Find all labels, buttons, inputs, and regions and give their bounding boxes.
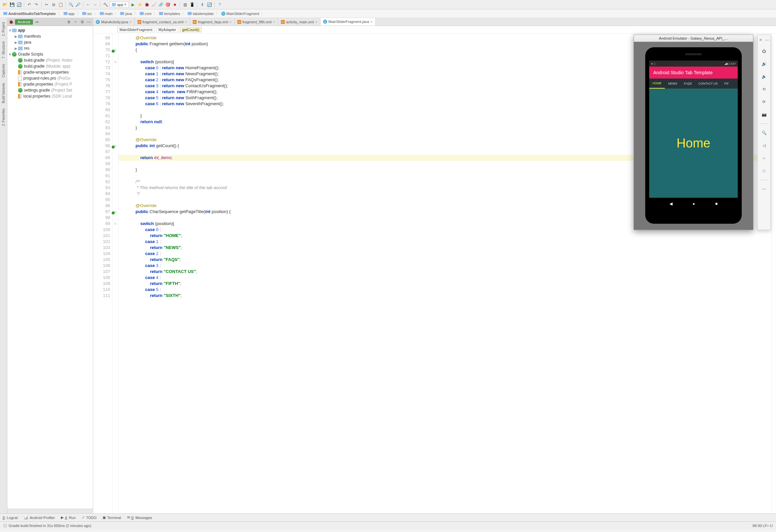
nav-back-icon[interactable]: ◀ xyxy=(669,201,672,206)
breadcrumb-pill[interactable]: getCount() xyxy=(180,27,202,32)
save-icon[interactable]: 💾 xyxy=(9,2,15,8)
bottom-tool[interactable]: ▶4: Run xyxy=(61,515,75,520)
crumb-tabstemplate[interactable]: tabstemplate xyxy=(186,11,215,16)
overview-nav-icon[interactable]: □ xyxy=(760,167,768,174)
hide-icon[interactable]: ― xyxy=(86,19,91,25)
sync-gradle-icon[interactable]: 🔃 xyxy=(206,2,212,8)
app-tab-fif[interactable]: FIF xyxy=(721,78,732,88)
search-icon[interactable]: 🔍 xyxy=(68,2,74,8)
close-tab-icon[interactable]: × xyxy=(370,20,372,24)
zoom-icon[interactable]: 🔍 xyxy=(760,129,768,137)
editor-tab[interactable]: </>fragment_contact_us.xml× xyxy=(135,18,190,26)
tree-node[interactable]: gradle-wrapper.properties xyxy=(8,69,92,75)
replace-icon[interactable]: 🔎 xyxy=(75,2,81,8)
build-icon[interactable]: 🔨 xyxy=(103,2,109,8)
tree-node[interactable]: proguard-rules.pro(ProGu xyxy=(8,75,92,81)
emulator-window[interactable]: Android Emulator - Galaxy_Nexus_API_… ● … xyxy=(633,35,753,230)
crumb-mainsliderfragment[interactable]: CMainSliderFragment xyxy=(220,11,260,16)
home-nav-icon[interactable]: ○ xyxy=(760,155,768,162)
close-tab-icon[interactable]: × xyxy=(130,20,132,24)
close-tab-icon[interactable]: × xyxy=(229,20,231,24)
emu-min-icon[interactable]: ― xyxy=(765,38,769,42)
editor-tab[interactable]: </>fragment_faqs.xml× xyxy=(190,18,235,26)
expand-icon[interactable]: ÷ xyxy=(73,19,78,25)
gear-icon[interactable]: ⚙ xyxy=(79,19,85,25)
run-icon[interactable]: ▶ xyxy=(130,2,136,8)
open-icon[interactable]: 📂 xyxy=(2,2,8,8)
project-tree[interactable]: ▼app▶manifests▶java▶res▼Gradle Scriptsbu… xyxy=(7,26,93,509)
rail-tab-favorites[interactable]: 2: Favorites xyxy=(1,106,6,129)
crumb-com[interactable]: com xyxy=(139,11,153,16)
project-hscroll[interactable] xyxy=(7,509,93,513)
copy-icon[interactable]: ⧉ xyxy=(50,2,56,8)
rail-tab-captures[interactable]: Captures xyxy=(1,61,6,80)
project-view-selector[interactable]: Android xyxy=(15,19,33,25)
volume-down-icon[interactable]: 🔉 xyxy=(760,73,768,80)
back-icon[interactable]: ← xyxy=(85,2,91,8)
crumb-templates[interactable]: templates xyxy=(158,11,181,16)
app-tab-home[interactable]: HOME xyxy=(649,78,665,88)
nav-home-icon[interactable]: ● xyxy=(693,201,695,206)
locate-icon[interactable]: ⊕ xyxy=(66,19,71,25)
rail-tab-project[interactable]: 1: Project xyxy=(1,19,6,39)
coverage-icon[interactable]: 🎯 xyxy=(165,2,171,8)
fold-gutter[interactable]: ⊖⊖⊖⊖⊖ xyxy=(113,34,119,513)
stop-icon[interactable]: ■ xyxy=(172,2,178,8)
tree-node[interactable]: ▶res xyxy=(8,45,92,51)
close-tab-icon[interactable]: × xyxy=(185,20,187,24)
tree-node[interactable]: ▼app xyxy=(8,27,92,33)
editor-tab[interactable]: CMainSliderFragment.java× xyxy=(321,18,376,26)
undo-icon[interactable]: ↶ xyxy=(26,2,32,8)
rail-tab-buildvariants[interactable]: Build Variants xyxy=(1,80,6,106)
editor-tab[interactable]: </>activity_main.xml× xyxy=(278,18,321,26)
breadcrumb-pill[interactable]: MyAdapter xyxy=(156,27,178,32)
editor-tab[interactable]: </>fragment_fifth.xml× xyxy=(235,18,278,26)
camera-icon[interactable]: 📷 xyxy=(760,111,768,118)
crumb-main[interactable]: main xyxy=(99,11,114,16)
tree-node[interactable]: ▶manifests xyxy=(8,33,92,39)
tree-node[interactable]: local.properties(SDK Locat xyxy=(8,93,92,99)
app-tab-faqs[interactable]: FAQS xyxy=(681,78,695,88)
back-nav-icon[interactable]: ◁ xyxy=(760,142,768,149)
debug-icon[interactable]: 🐞 xyxy=(144,2,150,8)
sdk-icon[interactable]: ⬇ xyxy=(199,2,205,8)
bug-icon[interactable]: 🐞 xyxy=(9,20,14,24)
forward-icon[interactable]: → xyxy=(92,2,98,8)
crumb-java[interactable]: java xyxy=(119,11,133,16)
cut-icon[interactable]: ✂ xyxy=(44,2,49,8)
profile-icon[interactable]: 📈 xyxy=(151,2,157,8)
collapse-icon[interactable]: ⇔ xyxy=(34,19,40,25)
attach-icon[interactable]: 🔗 xyxy=(158,2,164,8)
bottom-tool[interactable]: 6: Logcat xyxy=(3,516,18,520)
layout-icon[interactable]: ▥ xyxy=(182,2,188,8)
tree-node[interactable]: build.gradle(Module: app) xyxy=(8,63,92,69)
bottom-tool[interactable]: ✓TODO xyxy=(82,515,97,520)
bottom-tool[interactable]: ▣Terminal xyxy=(103,515,121,520)
crumb-androidstudiotabtemplate[interactable]: AndroidStudioTabTemplate xyxy=(2,11,57,16)
volume-up-icon[interactable]: 🔊 xyxy=(760,60,768,67)
breadcrumb-pill[interactable]: MainSliderFragment xyxy=(117,27,155,32)
bottom-tool[interactable]: 📊Android Profiler xyxy=(24,515,55,520)
editor-tab[interactable]: CMainActivity.java× xyxy=(93,18,135,26)
power-icon[interactable]: ⏻ xyxy=(760,48,768,55)
tree-node[interactable]: settings.gradle(Project Set xyxy=(8,87,92,93)
tree-node[interactable]: gradle.properties(Project P xyxy=(8,81,92,87)
more-icon[interactable]: ⋯ xyxy=(760,185,768,193)
android-nav-bar[interactable]: ◀ ● ■ xyxy=(649,198,738,210)
app-tab-news[interactable]: NEWS xyxy=(665,78,681,88)
tree-node[interactable]: build.gradle(Project: Andro xyxy=(8,57,92,63)
module-selector[interactable]: app ▾ xyxy=(110,2,129,8)
app-tab-contact us[interactable]: CONTACT US xyxy=(695,78,721,88)
help-icon[interactable]: ? xyxy=(217,2,223,8)
sync-icon[interactable]: 🔄 xyxy=(16,2,22,8)
emu-close-icon[interactable]: ✕ xyxy=(759,38,762,42)
rail-tab-structure[interactable]: 7: Structure xyxy=(1,39,6,61)
rotate-left-icon[interactable]: ⟲ xyxy=(760,85,768,93)
paste-icon[interactable]: 📋 xyxy=(57,2,63,8)
rotate-right-icon[interactable]: ⟳ xyxy=(760,98,768,106)
crumb-src[interactable]: src xyxy=(81,11,93,16)
tab-strip[interactable]: HOMENEWSFAQSCONTACT USFIF xyxy=(649,78,738,88)
nav-recents-icon[interactable]: ■ xyxy=(715,201,718,206)
avd-icon[interactable]: 📱 xyxy=(189,2,195,8)
close-tab-icon[interactable]: × xyxy=(273,20,275,24)
